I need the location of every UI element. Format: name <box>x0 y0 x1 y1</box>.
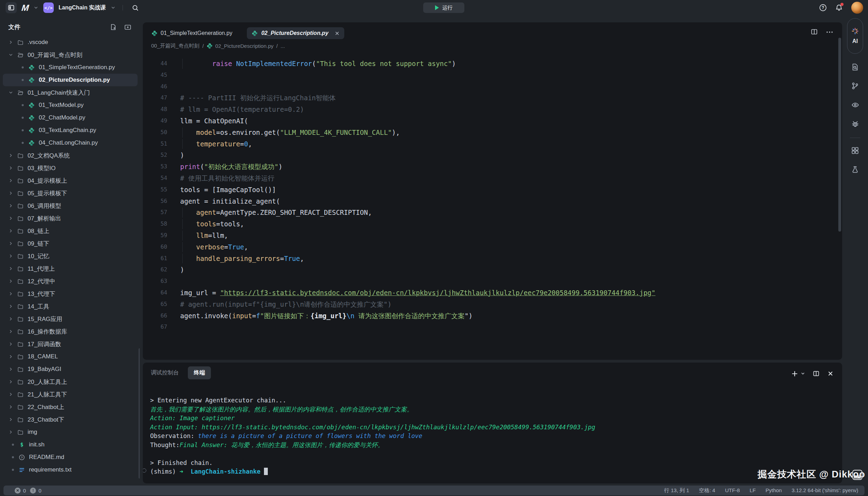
line-number[interactable]: 60 <box>143 241 167 253</box>
line-number[interactable]: 46 <box>143 81 167 93</box>
tree-file[interactable]: 02_PictureDescription.py <box>3 74 138 86</box>
line-number[interactable]: 52 <box>143 149 167 161</box>
code-area[interactable]: 44 raise NotImplementedError("This tool … <box>143 58 837 333</box>
tree-folder[interactable]: 10_记忆 <box>0 250 138 262</box>
tree-file[interactable]: ?README.md <box>0 451 138 464</box>
extensions-button[interactable] <box>848 144 862 158</box>
tree-folder[interactable]: 13_代理下 <box>0 287 138 300</box>
new-terminal-button[interactable] <box>792 371 798 377</box>
status-item[interactable]: 行 13, 列 1 <box>664 487 689 494</box>
tree-file[interactable]: 04_ChatLongChain.py <box>0 137 138 149</box>
preview-button[interactable] <box>848 98 862 112</box>
search-files-button[interactable] <box>848 60 862 74</box>
line-number[interactable]: 61 <box>143 253 167 264</box>
line-number[interactable]: 63 <box>143 276 167 287</box>
editor-more-button[interactable] <box>826 31 833 34</box>
notifications-button[interactable] <box>835 4 843 12</box>
tree-file[interactable]: requirements.txt <box>0 464 138 476</box>
tree-folder[interactable]: 09_链下 <box>0 237 138 250</box>
line-number[interactable]: 58 <box>143 218 167 230</box>
line-number[interactable]: 54 <box>143 173 167 184</box>
line-number[interactable]: 64 <box>143 287 167 299</box>
line-number[interactable]: 59 <box>143 230 167 241</box>
panel-tab[interactable]: 终端 <box>188 366 211 379</box>
line-number[interactable]: 67 <box>143 321 167 333</box>
split-editor-button[interactable] <box>811 28 818 35</box>
close-icon[interactable] <box>335 31 339 36</box>
sidebar-toggle-button[interactable] <box>6 2 17 13</box>
tree-folder[interactable]: 18_CAMEL <box>0 350 138 363</box>
editor-scrollbar[interactable] <box>838 38 841 232</box>
tree-file[interactable]: 01_TextModel.py <box>0 99 138 111</box>
status-item[interactable]: Python <box>765 487 782 494</box>
status-item[interactable]: 3.12.2 64-bit ('shims': pyenv) <box>792 487 858 494</box>
tree-folder[interactable]: 19_BabyAGI <box>0 363 138 375</box>
line-number[interactable]: 55 <box>143 184 167 196</box>
search-button[interactable] <box>130 2 141 13</box>
tree-file[interactable]: 03_TextLangChain.py <box>0 124 138 137</box>
tree-folder[interactable]: 12_代理中 <box>0 275 138 287</box>
tree-folder[interactable]: 04_提示模板上 <box>0 174 138 187</box>
close-tab-button[interactable] <box>335 31 339 36</box>
lab-button[interactable] <box>848 162 862 176</box>
project-name[interactable]: LangChain 实战课 <box>59 4 106 12</box>
tree-folder[interactable]: 23_Chatbot下 <box>0 413 138 426</box>
panel-tab[interactable]: 调试控制台 <box>151 369 179 377</box>
debug-button[interactable] <box>848 117 862 131</box>
line-number[interactable]: 47 <box>143 92 167 104</box>
tree-folder[interactable]: 16_操作数据库 <box>0 325 138 338</box>
tree-file[interactable]: 02_ChatModel.py <box>0 111 138 124</box>
tree-folder[interactable]: 22_Chatbot上 <box>0 401 138 413</box>
tree-folder[interactable]: 01_LangChain快速入门 <box>0 86 138 99</box>
help-button[interactable]: ? <box>819 4 827 12</box>
line-number[interactable]: 44 <box>143 58 167 70</box>
tree-folder[interactable]: img <box>0 426 138 438</box>
tree-folder[interactable]: .vscode <box>0 36 138 49</box>
line-number[interactable]: 53 <box>143 161 167 173</box>
line-number[interactable]: 51 <box>143 138 167 150</box>
breadcrumb[interactable]: 00_开篇词_奇点时刻 / 02_PictureDescription.py /… <box>143 41 842 49</box>
new-folder-button[interactable] <box>124 24 131 30</box>
line-number[interactable]: 49 <box>143 115 167 127</box>
tree-folder[interactable]: 03_模型IO <box>0 162 138 174</box>
status-item[interactable]: LF <box>750 487 756 494</box>
tree-folder[interactable]: 05_提示模板下 <box>0 187 138 199</box>
editor-tab[interactable]: 02_PictureDescription.py <box>247 27 344 39</box>
tree-file[interactable]: $init.sh <box>0 438 138 451</box>
status-item[interactable]: UTF-8 <box>725 487 740 494</box>
line-number[interactable]: 50 <box>143 127 167 138</box>
avatar[interactable] <box>851 2 863 14</box>
tree-folder[interactable]: 07_解析输出 <box>0 212 138 225</box>
status-item[interactable]: 空格: 4 <box>699 487 715 494</box>
line-number[interactable]: 57 <box>143 207 167 218</box>
explorer-scrollbar[interactable] <box>139 348 140 479</box>
terminal-dropdown-button[interactable] <box>801 371 805 376</box>
problems-errors[interactable]: ✕ 0 <box>15 488 26 494</box>
breadcrumb-file[interactable]: 02_PictureDescription.py <box>215 43 274 49</box>
tree-folder[interactable]: 02_文档QA系统 <box>0 149 138 162</box>
tree-folder[interactable]: 21_人脉工具下 <box>0 388 138 401</box>
run-button[interactable]: 运行 <box>423 2 464 13</box>
tree-folder[interactable]: 14_工具 <box>0 300 138 313</box>
marscode-logo[interactable]: M <box>21 3 29 13</box>
line-number[interactable]: 48 <box>143 104 167 115</box>
tree-folder[interactable]: 20_人脉工具上 <box>0 375 138 388</box>
terminal-output[interactable]: > Entering new AgentExecutor chain...首先，… <box>150 396 835 476</box>
line-number[interactable]: 66 <box>143 310 167 322</box>
tree-folder[interactable]: 00_开篇词_奇点时刻 <box>0 49 138 61</box>
breadcrumb-folder[interactable]: 00_开篇词_奇点时刻 <box>151 43 199 49</box>
ai-assistant-button[interactable]: AI <box>847 18 863 54</box>
new-file-button[interactable] <box>110 24 117 30</box>
tree-folder[interactable]: 06_调用模型 <box>0 199 138 212</box>
chevron-down-icon[interactable] <box>111 5 116 10</box>
source-control-button[interactable] <box>848 79 862 93</box>
split-terminal-button[interactable] <box>813 370 819 377</box>
tree-folder[interactable]: 17_回调函数 <box>0 338 138 350</box>
chevron-down-icon[interactable] <box>34 5 38 10</box>
close-panel-button[interactable] <box>828 371 833 376</box>
line-number[interactable]: 65 <box>143 299 167 310</box>
line-number[interactable]: 62 <box>143 264 167 276</box>
tree-file[interactable]: 01_SimpleTextGeneration.py <box>0 61 138 74</box>
line-number[interactable]: 56 <box>143 196 167 207</box>
line-number[interactable]: 45 <box>143 70 167 81</box>
